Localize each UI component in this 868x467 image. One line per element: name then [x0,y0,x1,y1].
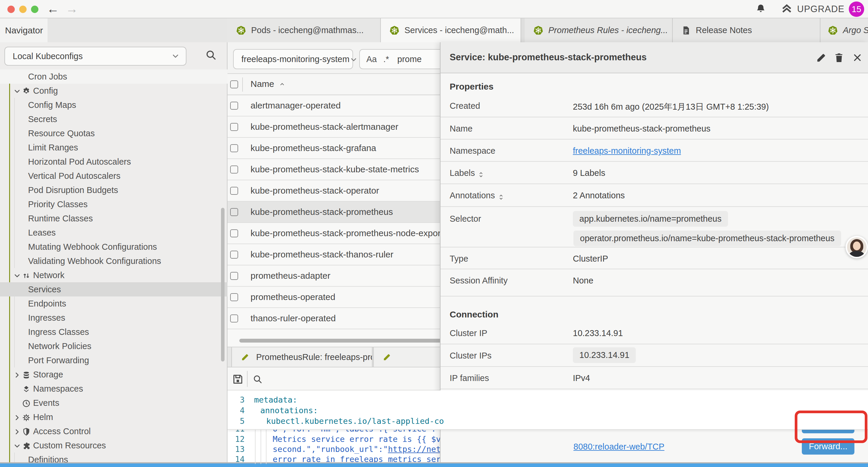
upgrade-button[interactable]: UPGRADE [797,4,844,14]
sidebar-item-port-forwarding[interactable]: Port Forwarding [0,353,227,368]
edit-icon[interactable] [816,52,827,63]
sidebar-item-ingresses[interactable]: Ingresses [0,311,227,325]
gear-icon [22,86,31,95]
service-name: kube-prometheus-stack-alertmanager [251,122,398,132]
row-checkbox[interactable] [230,293,238,301]
sidebar-item-label: Pod Disruption Budgets [28,185,118,195]
sidebar-item-leases[interactable]: Leases [0,226,227,240]
chevron-down-icon[interactable] [13,270,21,280]
traffic-light-minimize[interactable] [19,6,27,13]
sidebar-item-label: Custom Resources [33,441,106,450]
sidebar-item-endpoints[interactable]: Endpoints [0,296,227,311]
horizontal-scrollbar[interactable] [239,339,457,343]
row-labels: Labels 9 Labels [440,162,868,184]
traffic-light-close[interactable] [7,6,15,13]
row-checkbox[interactable] [230,229,238,237]
sidebar-item-network[interactable]: Network [0,268,227,282]
sidebar-item-priority-classes[interactable]: Priority Classes [0,197,227,211]
code-line: 4annotations: [227,405,868,415]
sidebar-item-cron-jobs[interactable]: Cron Jobs [0,69,227,84]
sidebar-item-ingress-classes[interactable]: Ingress Classes [0,325,227,339]
kubernetes-icon [236,25,246,36]
row-label[interactable]: Annotations [450,191,505,202]
close-tab-icon[interactable] [521,26,521,35]
row-label[interactable]: Labels [450,168,485,179]
delete-icon[interactable] [833,52,845,63]
chevron-right-icon[interactable] [13,370,21,380]
row-name: Name kube-prometheus-stack-prometheus [440,117,868,140]
row-checkbox[interactable] [230,102,238,110]
notifications-bell-icon[interactable] [755,3,766,14]
back-button[interactable]: ← [47,1,59,17]
row-checkbox[interactable] [230,272,238,280]
tab-pods[interactable]: Pods - icecheng@mathmas... [227,18,381,42]
row-checkbox[interactable] [230,123,238,131]
match-case-toggle[interactable]: Aa [366,54,377,64]
tab-prometheus-rules[interactable]: Prometheus Rules - icecheng... [525,18,673,42]
sidebar-item-secrets[interactable]: Secrets [0,112,227,126]
document-icon [681,25,691,35]
sidebar-search-icon[interactable] [205,49,217,61]
row-checkbox[interactable] [230,208,238,216]
row-checkbox[interactable] [230,144,238,152]
sidebar-item-services[interactable]: Services [0,282,227,296]
pencil-icon [382,353,392,361]
tab-services[interactable]: Services - icecheng@math... [381,18,521,42]
kubeconfig-select[interactable]: Local Kubeconfigs [4,47,186,66]
user-avatar[interactable] [845,236,868,258]
sidebar-item-storage[interactable]: Storage [0,368,227,382]
sidebar-item-mutating-webhook-configurations[interactable]: Mutating Webhook Configurations [0,240,227,254]
sidebar-item-config-maps[interactable]: Config Maps [0,98,227,112]
select-all-checkbox[interactable] [230,80,238,88]
forward-button[interactable]: → [66,1,78,17]
sidebar-item-validating-webhook-configurations[interactable]: Validating Webhook Configurations [0,254,227,268]
sidebar-item-label: Vertical Pod Autoscalers [28,171,121,181]
sidebar-item-events[interactable]: Events [0,396,227,410]
row-label: Cluster IPs [450,351,492,360]
upgrade-icon[interactable] [780,3,793,15]
row-checkbox[interactable] [230,166,238,174]
row-checkbox[interactable] [230,187,238,195]
sidebar-item-runtime-classes[interactable]: Runtime Classes [0,211,227,226]
sidebar-scrollbar[interactable] [221,208,224,361]
row-value: 9 Labels [573,168,606,178]
name-column-header[interactable]: Name [251,79,274,89]
sidebar-item-limit-ranges[interactable]: Limit Ranges [0,140,227,154]
sidebar-item-label: Config Maps [28,100,76,110]
row-checkbox[interactable] [230,251,238,259]
sidebar-item-config[interactable]: Config [0,84,227,98]
sidebar-item-network-policies[interactable]: Network Policies [0,339,227,353]
tab-strip: Navigator Pods - icecheng@mathmas... Ser… [0,18,868,43]
sidebar-item-pod-disruption-budgets[interactable]: Pod Disruption Budgets [0,183,227,197]
close-icon[interactable] [852,52,863,63]
sidebar-item-label: Events [33,398,59,408]
namespace-select[interactable]: freeleaps-monitoring-system [233,49,353,69]
chevron-down-icon[interactable] [13,86,21,96]
sidebar-item-access-control[interactable]: Access Control [0,424,227,438]
sidebar-item-custom-resources[interactable]: Custom Resources [0,438,227,453]
editor-search-icon[interactable] [252,374,263,384]
sidebar-item-label: Namespaces [33,384,83,394]
sidebar-item-resource-quotas[interactable]: Resource Quotas [0,126,227,140]
tab-argo[interactable]: Argo Se [820,18,868,42]
save-icon[interactable] [232,373,244,385]
regex-toggle[interactable]: .* [383,54,389,64]
puzzle-icon [22,440,31,450]
sidebar-item-horizontal-pod-autoscalers[interactable]: Horizontal Pod Autoscalers [0,154,227,169]
chevron-down-icon[interactable] [13,441,21,450]
editor-tab-prometheusrule[interactable]: PrometheusRule: freeleaps-prod-rabbitmq [231,347,373,367]
sidebar-item-namespaces[interactable]: Namespaces [0,382,227,396]
tab-release-notes[interactable]: Release Notes [673,18,820,42]
tab-label: Argo Se [843,25,868,35]
sidebar-item-helm[interactable]: Helm [0,410,227,424]
port-link-8080[interactable]: 8080:reloader-web/TCP [574,442,664,451]
chevron-right-icon[interactable] [13,427,21,436]
row-checkbox[interactable] [230,315,238,322]
chevron-right-icon[interactable] [13,412,21,422]
traffic-light-zoom[interactable] [31,6,38,13]
sidebar-item-vertical-pod-autoscalers[interactable]: Vertical Pod Autoscalers [0,169,227,183]
service-name: thanos-ruler-operated [251,313,336,323]
notification-count-badge[interactable]: 15 [849,1,864,17]
namespace-link[interactable]: freeleaps-monitoring-system [573,146,681,155]
sidebar-item-label: Config [33,86,58,96]
